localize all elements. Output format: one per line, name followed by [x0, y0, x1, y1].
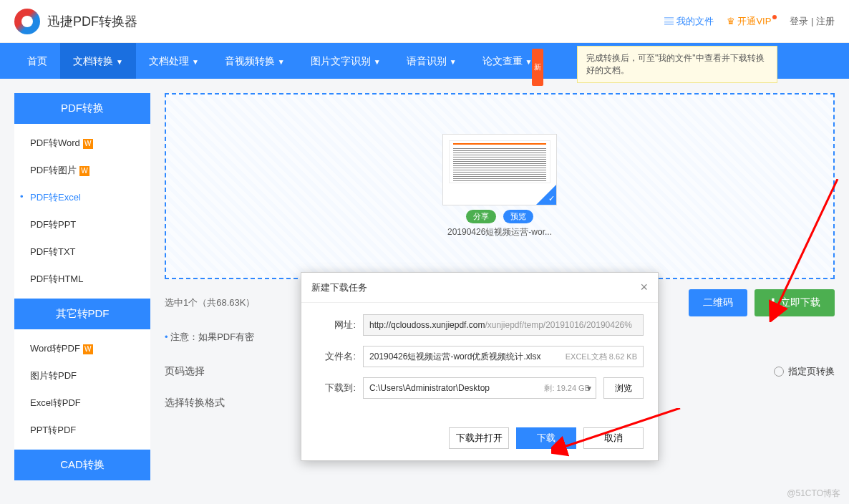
word-badge-icon: W [83, 139, 93, 149]
file-name-label: 20190426短视频运营-wor... [447, 226, 552, 238]
auth-links: 登录 | 注册 [790, 15, 835, 28]
chevron-down-icon: ▼ [525, 58, 533, 66]
cancel-button[interactable]: 取消 [583, 427, 644, 449]
logo-icon [14, 9, 40, 34]
nav-speech[interactable]: 语音识别▼ [394, 43, 470, 79]
close-icon[interactable]: × [640, 280, 648, 295]
browse-button[interactable]: 浏览 [603, 377, 644, 399]
preview-button[interactable]: 预览 [503, 210, 533, 223]
share-button[interactable]: 分享 [466, 210, 496, 223]
qrcode-button[interactable]: 二维码 [689, 289, 747, 316]
word-badge-icon: W [79, 166, 89, 176]
download-open-button[interactable]: 下载并打开 [449, 427, 509, 449]
sidebar-item-ppt-pdf[interactable]: PPT转PDF [14, 417, 150, 444]
file-dropzone[interactable]: 分享 预览 20190426短视频运营-wor... [165, 93, 835, 279]
brand-name: 迅捷PDF转换器 [47, 13, 137, 30]
nav-av-convert[interactable]: 音视频转换▼ [212, 43, 298, 79]
filename-input[interactable]: 20190426短视频运营-word优质视频统计.xlsxEXCEL文档 8.6… [363, 346, 644, 367]
chevron-down-icon[interactable]: ▼ [586, 384, 593, 392]
chevron-down-icon: ▼ [374, 58, 381, 66]
page-select-label: 页码选择 [165, 365, 243, 378]
hint-tooltip: 完成转换后，可至"我的文件"中查看并下载转换好的文档。 [577, 46, 777, 83]
download-dialog: 新建下载任务 × 网址: http://qcloudoss.xunjiepdf.… [301, 272, 659, 461]
vip-dot-icon [772, 15, 777, 19]
sidebar-item-pdf-html[interactable]: PDF转HTML [14, 266, 150, 293]
my-files-link[interactable]: 我的文件 [664, 15, 714, 28]
chevron-down-icon: ▼ [116, 58, 123, 66]
nav-home[interactable]: 首页 [14, 43, 60, 79]
page-specific-radio[interactable]: 指定页转换 [774, 365, 835, 378]
disk-space: 剩: 19.24 GB [544, 383, 590, 394]
login-link[interactable]: 登录 [790, 16, 808, 26]
main-nav: 首页 文档转换▼ 文档处理▼ 音视频转换▼ 图片文字识别▼ 语音识别▼ 论文查重… [0, 43, 849, 79]
nav-doc-convert[interactable]: 文档转换▼ [60, 43, 136, 79]
chevron-down-icon: ▼ [192, 58, 199, 66]
sidebar-item-word-pdf[interactable]: Word转PDFW [14, 335, 150, 362]
sidebar-item-pdf-excel[interactable]: PDF转Excel [14, 184, 150, 211]
new-badge: 新 [532, 49, 543, 86]
register-link[interactable]: 注册 [816, 16, 835, 26]
vip-link[interactable]: 开通VIP [727, 15, 777, 28]
chevron-down-icon: ▼ [450, 58, 457, 66]
dest-label: 下载到: [316, 382, 356, 394]
sidebar-item-pdf-word[interactable]: PDF转WordW [14, 130, 150, 157]
word-badge-icon: W [83, 344, 93, 354]
sidebar-item-pdf-ppt[interactable]: PDF转PPT [14, 211, 150, 238]
dialog-title: 新建下载任务 [311, 281, 367, 294]
sidebar-header-pdf-convert: PDF转换 [14, 93, 150, 124]
logo[interactable]: 迅捷PDF转换器 [14, 9, 137, 34]
nav-paper-check[interactable]: 论文查重▼新 [470, 43, 545, 79]
nav-ocr[interactable]: 图片文字识别▼ [298, 43, 394, 79]
check-icon [536, 185, 556, 205]
dialog-download-button[interactable]: 下载 [516, 427, 576, 449]
file-thumbnail[interactable] [442, 134, 557, 205]
chevron-down-icon: ▼ [278, 58, 285, 66]
top-bar: 迅捷PDF转换器 我的文件 开通VIP 登录 | 注册 [0, 0, 849, 43]
file-meta: EXCEL文档 8.62 KB [566, 352, 637, 362]
sidebar-header-cad: CAD转换 [14, 450, 150, 480]
sidebar-header-other-pdf: 其它转PDF [14, 299, 150, 329]
url-label: 网址: [316, 319, 356, 331]
filename-label: 文件名: [316, 350, 356, 363]
format-label: 选择转换格式 [165, 397, 243, 410]
sidebar-item-pdf-txt[interactable]: PDF转TXT [14, 238, 150, 266]
dest-input[interactable]: C:\Users\Administrator\Desktop剩: 19.24 G… [363, 377, 596, 399]
url-input[interactable]: http://qcloudoss.xunjiepdf.com/xunjiepdf… [363, 314, 644, 336]
thumbnail-preview-icon [449, 140, 550, 183]
selection-info: 选中1个（共68.63K） [165, 296, 255, 309]
sidebar: PDF转换 PDF转WordW PDF转图片W PDF转Excel PDF转PP… [14, 93, 150, 480]
sidebar-item-image-pdf[interactable]: 图片转PDF [14, 362, 150, 389]
download-button[interactable]: 立即下载 [755, 289, 835, 316]
sidebar-item-pdf-image[interactable]: PDF转图片W [14, 157, 150, 184]
sidebar-item-excel-pdf[interactable]: Excel转PDF [14, 389, 150, 417]
nav-doc-process[interactable]: 文档处理▼ [136, 43, 212, 79]
watermark: @51CTO博客 [787, 488, 840, 500]
